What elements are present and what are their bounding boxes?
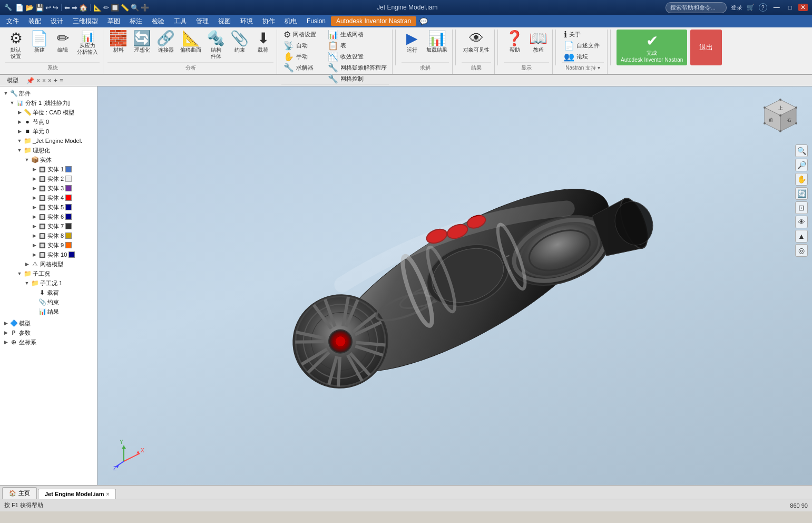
ribbon-btn-forum[interactable]: 👥论坛 bbox=[562, 52, 604, 62]
tree-item-constraints[interactable]: ▶ 📎 约束 bbox=[0, 297, 97, 307]
maximize-btn[interactable]: □ bbox=[786, 4, 794, 11]
ribbon-btn-mesh-troubleshoot[interactable]: 🔧网格疑难解答程序 bbox=[326, 63, 389, 73]
tree-item-results[interactable]: ▶ 📊 结果 bbox=[0, 307, 97, 316]
expand-solid5[interactable]: ▶ bbox=[31, 204, 38, 211]
ribbon-btn-import-stress[interactable]: 📊 从应力分析输入 bbox=[75, 30, 100, 56]
ribbon-btn-help[interactable]: ❓ 帮助 bbox=[504, 30, 525, 54]
panel-pin-icon[interactable]: 📌 bbox=[26, 77, 34, 84]
tree-item-model[interactable]: ▶ 🔷 模型 bbox=[0, 318, 97, 328]
user-label[interactable]: 登录 bbox=[731, 4, 742, 12]
feedback-icon[interactable]: 💬 bbox=[419, 17, 428, 25]
qa-view[interactable]: 🔲 bbox=[111, 4, 119, 12]
tree-item-analysis1[interactable]: ▼ 📊 分析 1 [线性静力] bbox=[0, 98, 97, 108]
expand-params[interactable]: ▶ bbox=[2, 329, 9, 336]
tree-item-solid9[interactable]: ▶ 🔲 实体 9 bbox=[0, 240, 97, 250]
ribbon-btn-mesh-control[interactable]: 🔧网格控制 bbox=[326, 74, 389, 84]
tree-item-solid5[interactable]: ▶ 🔲 实体 5 bbox=[0, 202, 97, 212]
nav-zoom-in[interactable]: 🔍 bbox=[795, 144, 808, 157]
viewport[interactable]: 上 右 前 🔍 🔎 ✋ 🔄 ⊡ 👁 ▲ ◎ bbox=[97, 86, 812, 485]
ribbon-btn-generate-mesh[interactable]: 📊生成网格 bbox=[326, 30, 389, 40]
expand-nodes[interactable]: ▶ bbox=[16, 118, 23, 125]
tree-item-solid1[interactable]: ▶ 🔲 实体 1 bbox=[0, 164, 97, 174]
cart-icon[interactable]: 🛒 bbox=[747, 4, 755, 11]
file-close-btn[interactable]: × bbox=[106, 491, 109, 497]
panel-close3-icon[interactable]: × bbox=[48, 77, 52, 84]
panel-add-icon[interactable]: + bbox=[54, 77, 57, 84]
bottom-tab-home[interactable]: 🏠 主页 bbox=[2, 487, 37, 499]
close-btn[interactable]: ✕ bbox=[798, 4, 808, 11]
expand-elements[interactable]: ▶ bbox=[16, 128, 23, 135]
ribbon-btn-default-settings[interactable]: ⚙ 默认设置 bbox=[5, 30, 26, 61]
minimize-btn[interactable]: — bbox=[771, 4, 782, 11]
ribbon-btn-exit[interactable]: 退出 bbox=[690, 30, 722, 65]
nav-orbit[interactable]: ◎ bbox=[795, 244, 808, 257]
menu-mechatronics[interactable]: 机电 bbox=[280, 16, 301, 27]
expand-unit[interactable]: ▶ bbox=[16, 109, 23, 116]
tree-item-jet-model[interactable]: ▼ 📁 _Jet Engine Model. bbox=[0, 136, 97, 146]
expand-solid7[interactable]: ▶ bbox=[31, 222, 38, 230]
qa-measure[interactable]: 📏 bbox=[121, 4, 129, 12]
nav-up[interactable]: ▲ bbox=[795, 230, 808, 243]
expand-subcase1[interactable]: ▼ bbox=[23, 279, 31, 287]
ribbon-btn-convergence[interactable]: 📉收效设置 bbox=[326, 52, 389, 62]
menu-fusion[interactable]: Fusion bbox=[302, 16, 330, 26]
ribbon-btn-about[interactable]: ℹ关于 bbox=[562, 30, 604, 40]
search-box[interactable]: 搜索帮助和命令... bbox=[666, 2, 727, 13]
menu-view[interactable]: 视图 bbox=[214, 16, 235, 27]
tree-item-parts[interactable]: ▼ 🔧 部件 bbox=[0, 89, 97, 98]
expand-model[interactable]: ▶ bbox=[2, 319, 9, 327]
qa-save[interactable]: 💾 bbox=[35, 4, 44, 12]
panel-close-icon[interactable]: × bbox=[36, 77, 40, 84]
tree-item-solids[interactable]: ▼ 📦 实体 bbox=[0, 155, 97, 164]
menu-manage[interactable]: 管理 bbox=[192, 16, 213, 27]
tree-item-solid8[interactable]: ▶ 🔲 实体 8 bbox=[0, 231, 97, 240]
menu-env[interactable]: 环境 bbox=[236, 16, 257, 27]
tree-item-subcases[interactable]: ▼ 📁 子工况 bbox=[0, 269, 97, 278]
menu-file[interactable]: 文件 bbox=[2, 16, 23, 27]
tree-item-loads[interactable]: ▶ ⬇ 载荷 bbox=[0, 288, 97, 297]
menu-annotation[interactable]: 标注 bbox=[125, 16, 146, 27]
panel-tab-model[interactable]: 模型 bbox=[2, 75, 23, 86]
menu-3d[interactable]: 三维模型 bbox=[69, 16, 102, 27]
expand-parts[interactable]: ▼ bbox=[2, 90, 9, 97]
help-icon[interactable]: ? bbox=[759, 3, 767, 12]
tree-item-params[interactable]: ▶ P 参数 bbox=[0, 328, 97, 337]
panel-close2-icon[interactable]: × bbox=[42, 77, 46, 84]
nav-look[interactable]: 👁 bbox=[795, 216, 808, 228]
expand-solids[interactable]: ▼ bbox=[23, 156, 31, 163]
tree-item-solid4[interactable]: ▶ 🔲 实体 4 bbox=[0, 193, 97, 202]
ribbon-btn-run[interactable]: ▶ 运行 bbox=[402, 30, 423, 54]
tree-scroll-area[interactable]: ▼ 🔧 部件 ▼ 📊 分析 1 [线性静力] ▶ 📏 单位 : CAD 模型 ▶… bbox=[0, 89, 97, 483]
ribbon-btn-offset-surface[interactable]: 📐 偏移曲面 bbox=[179, 30, 203, 54]
expand-solid10[interactable]: ▶ bbox=[31, 251, 38, 258]
qa-forward[interactable]: ➡ bbox=[72, 4, 77, 12]
menu-sketch[interactable]: 草图 bbox=[103, 16, 124, 27]
tree-item-solid10[interactable]: ▶ 🔲 实体 10 bbox=[0, 250, 97, 259]
expand-solid1[interactable]: ▶ bbox=[31, 166, 38, 173]
ribbon-btn-structure[interactable]: 🔩 结构件体 bbox=[205, 30, 227, 61]
expand-jet-model[interactable]: ▼ bbox=[16, 137, 23, 144]
qa-home[interactable]: 🏠 bbox=[79, 4, 87, 12]
qa-search[interactable]: 🔍 bbox=[131, 4, 139, 12]
ribbon-btn-load-results[interactable]: 📊 加载结果 bbox=[425, 30, 449, 54]
qa-undo[interactable]: ↩ bbox=[45, 4, 51, 12]
tree-item-mesh-model[interactable]: ▶ ⚠ 网格模型 bbox=[0, 259, 97, 269]
expand-solid2[interactable]: ▶ bbox=[31, 175, 38, 182]
nastran-menu-btn[interactable]: Autodesk Inventor Nastran bbox=[331, 16, 416, 26]
expand-solid9[interactable]: ▶ bbox=[31, 241, 38, 249]
tree-item-elements[interactable]: ▶ ■ 单元 0 bbox=[0, 127, 97, 136]
qa-plus[interactable]: ➕ bbox=[141, 4, 149, 12]
expand-solid6[interactable]: ▶ bbox=[31, 213, 38, 220]
qa-back[interactable]: ⬅ bbox=[64, 4, 70, 12]
menu-collab[interactable]: 协作 bbox=[258, 16, 279, 27]
expand-solid3[interactable]: ▶ bbox=[31, 185, 38, 192]
ribbon-btn-load[interactable]: ⬇ 载荷 bbox=[252, 30, 273, 54]
qa-new[interactable]: 📄 bbox=[15, 4, 24, 12]
ribbon-btn-auto[interactable]: 📡自动 bbox=[281, 41, 324, 51]
menu-design[interactable]: 设计 bbox=[46, 16, 67, 27]
bottom-tab-file[interactable]: Jet Engine Model.iam × bbox=[38, 489, 116, 499]
menu-inspect[interactable]: 检验 bbox=[148, 16, 169, 27]
ribbon-btn-readme[interactable]: 📄自述文件 bbox=[562, 41, 604, 51]
expand-idealize[interactable]: ▼ bbox=[16, 147, 23, 154]
nav-zoom-out[interactable]: 🔎 bbox=[795, 159, 808, 171]
